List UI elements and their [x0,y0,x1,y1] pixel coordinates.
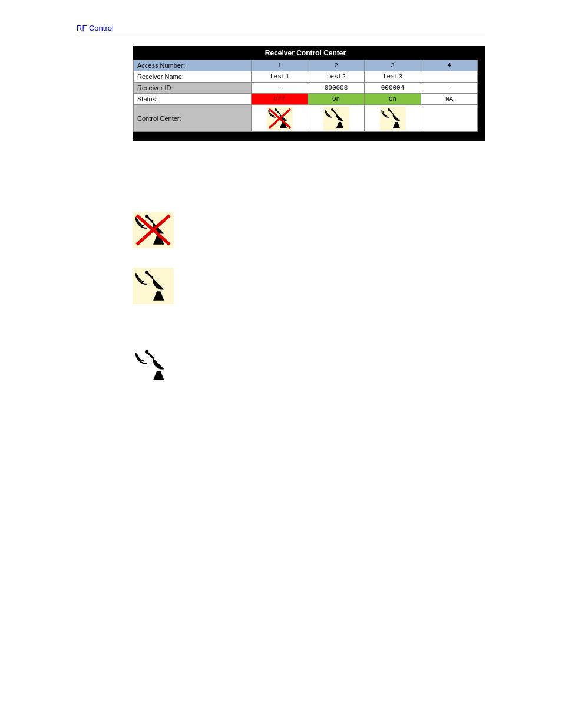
status-3: On [365,94,421,105]
svg-point-4 [388,108,390,111]
name-3: test3 [365,71,421,83]
access-2[interactable]: 2 [308,60,365,71]
svg-point-9 [145,350,148,353]
dish-on-icon [133,347,174,384]
row-status: Status: Off On On NA [134,94,478,105]
access-4[interactable]: 4 [421,60,478,71]
row-access: Access Number: 1 2 3 4 [134,60,478,71]
label-access: Access Number: [134,60,252,71]
label-id: Receiver ID: [134,83,252,94]
dish-off-icon [133,212,174,248]
id-2: 000003 [308,83,365,94]
name-2: test2 [308,71,365,83]
svg-point-5 [145,214,148,218]
legend-on-2 [77,347,485,386]
status-1: Off [252,94,308,105]
svg-point-3 [331,108,333,111]
control-1[interactable] [252,105,308,132]
svg-point-0 [275,108,277,111]
dish-on-icon [380,107,406,130]
legend-off [77,212,485,250]
section-title: RF Control [77,24,485,32]
label-status: Status: [134,94,252,105]
row-id: Receiver ID: - 000003 000004 - [134,83,478,94]
access-1[interactable]: 1 [252,60,308,71]
table-title-row: Receiver Control Center [134,47,478,60]
name-1: test1 [252,71,308,83]
access-3[interactable]: 3 [365,60,421,71]
label-control: Control Center: [134,105,252,132]
id-4: - [421,83,478,94]
dish-off-icon [267,107,293,130]
divider [77,35,485,35]
receiver-table: Receiver Control Center Access Number: 1… [133,46,485,141]
dish-on-icon [133,268,174,304]
id-3: 000004 [365,83,421,94]
id-1: - [252,83,308,94]
table-title: Receiver Control Center [134,47,478,60]
row-control: Control Center: [134,105,478,132]
status-4: NA [421,94,478,105]
name-4 [421,71,478,83]
control-2[interactable] [308,105,365,132]
dish-on-icon [323,107,349,130]
svg-point-8 [145,270,148,274]
row-name: Receiver Name: test1 test2 test3 [134,71,478,83]
legend-on-1 [77,268,485,306]
control-3[interactable] [365,105,421,132]
status-2: On [308,94,365,105]
control-4[interactable] [421,105,478,132]
label-name: Receiver Name: [134,71,252,83]
table-footer [134,132,478,140]
